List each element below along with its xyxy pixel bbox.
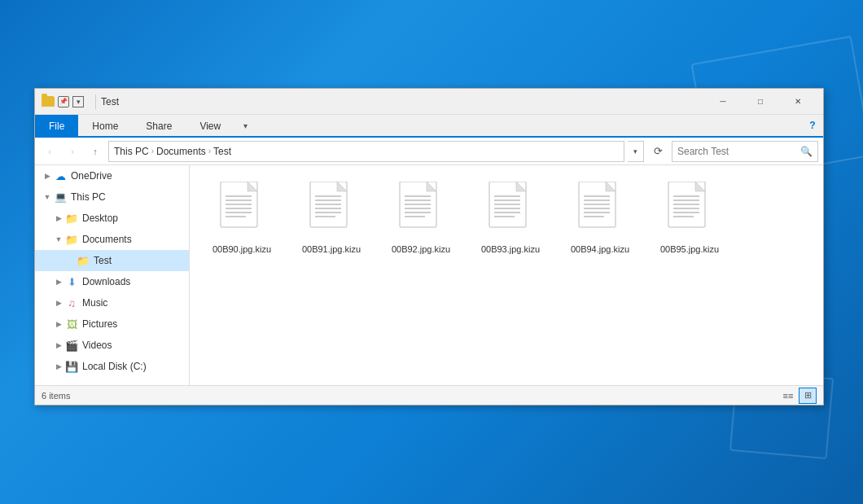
sidebar-item-test[interactable]: ▶ 📁 Test: [35, 250, 189, 271]
file-icon: [217, 182, 266, 240]
content-area: 00B90.jpg.kizu 00B91.jpg.kizu: [190, 165, 823, 385]
folder-icon: [42, 96, 55, 107]
breadcrumb-documents: Documents: [156, 146, 206, 157]
window-title: Test: [101, 96, 704, 107]
tab-home[interactable]: Home: [78, 115, 132, 136]
file-item[interactable]: 00B93.jpg.kizu: [470, 177, 551, 260]
file-grid: 00B90.jpg.kizu 00B91.jpg.kizu: [198, 173, 815, 263]
videos-label: Videos: [82, 340, 112, 351]
sidebar-item-videos[interactable]: ▶ 🎬 Videos: [35, 335, 189, 356]
up-button[interactable]: ↑: [85, 142, 105, 161]
breadcrumb-arrow-1: ›: [151, 147, 154, 156]
address-dropdown[interactable]: ▾: [628, 141, 644, 162]
expand-onedrive[interactable]: ▶: [42, 170, 53, 182]
status-bar: 6 items ≡≡ ⊞: [35, 385, 823, 405]
forward-button[interactable]: ›: [63, 142, 82, 161]
documents-icon: 📁: [64, 232, 79, 247]
down-icon[interactable]: [72, 96, 84, 107]
expand-downloads[interactable]: ▶: [53, 276, 64, 287]
file-name: 00B93.jpg.kizu: [481, 243, 540, 255]
expand-pictures[interactable]: ▶: [53, 318, 64, 330]
file-item[interactable]: 00B92.jpg.kizu: [380, 177, 462, 260]
downloads-icon: ⬇: [64, 274, 79, 289]
tab-view[interactable]: View: [186, 115, 234, 136]
file-name: 00B90.jpg.kizu: [212, 243, 271, 255]
sidebar-item-thispc[interactable]: ▼ 💻 This PC: [35, 186, 189, 208]
search-input[interactable]: [677, 146, 800, 157]
title-separator: [95, 94, 96, 109]
search-box[interactable]: 🔍: [672, 141, 818, 162]
address-bar: ‹ › ↑ This PC › Documents › Test ▾ ⟳ 🔍: [35, 138, 823, 165]
desktop-folder-icon: 📁: [64, 211, 79, 226]
window-controls: ─ □ ✕: [704, 89, 817, 115]
file-name: 00B91.jpg.kizu: [302, 243, 361, 255]
back-button[interactable]: ‹: [40, 142, 59, 161]
tab-share[interactable]: Share: [132, 115, 186, 136]
onedrive-icon: ☁: [53, 169, 68, 183]
pin-icon: 📌: [58, 96, 69, 107]
videos-icon: 🎬: [64, 338, 79, 353]
sidebar-item-documents[interactable]: ▼ 📁 Documents: [35, 229, 189, 250]
file-icon: [307, 182, 356, 240]
sidebar-item-pictures[interactable]: ▶ 🖼 Pictures: [35, 313, 189, 335]
expand-music[interactable]: ▶: [53, 297, 64, 309]
sidebar-item-desktop[interactable]: ▶ 📁 Desktop: [35, 208, 189, 229]
list-view-button[interactable]: ≡≡: [779, 388, 797, 404]
documents-label: Documents: [82, 234, 132, 245]
tab-file[interactable]: File: [35, 115, 78, 136]
file-item[interactable]: 00B91.jpg.kizu: [291, 177, 372, 260]
thispc-label: This PC: [71, 191, 106, 203]
expand-documents[interactable]: ▼: [53, 234, 64, 245]
pictures-icon: 🖼: [64, 317, 79, 331]
computer-icon: 💻: [53, 190, 68, 204]
drive-icon: 💾: [64, 359, 79, 374]
desktop-label: Desktop: [82, 213, 118, 224]
title-bar-icons: 📌: [42, 96, 84, 107]
breadcrumb-arrow-2: ›: [208, 147, 211, 156]
breadcrumb-test: Test: [213, 146, 231, 157]
help-button[interactable]: ?: [802, 115, 823, 136]
file-item[interactable]: 00B90.jpg.kizu: [201, 177, 283, 260]
sidebar-item-downloads[interactable]: ▶ ⬇ Downloads: [35, 271, 189, 292]
file-icon: [486, 182, 535, 240]
onedrive-label: OneDrive: [71, 170, 112, 182]
localdisk-label: Local Disk (C:): [82, 361, 147, 372]
grid-view-button[interactable]: ⊞: [799, 388, 817, 404]
search-icon[interactable]: 🔍: [800, 146, 813, 157]
test-label: Test: [94, 255, 112, 266]
sidebar: ▶ ☁ OneDrive ▼ 💻 This PC ▶ 📁 Desktop ▼ 📁…: [35, 165, 190, 385]
music-icon: ♫: [64, 296, 79, 310]
close-button[interactable]: ✕: [779, 89, 817, 115]
music-label: Music: [82, 297, 107, 309]
refresh-button[interactable]: ⟳: [647, 141, 668, 162]
file-icon: [665, 182, 714, 240]
sidebar-item-onedrive[interactable]: ▶ ☁ OneDrive: [35, 165, 189, 186]
expand-desktop[interactable]: ▶: [53, 213, 64, 224]
maximize-button[interactable]: □: [742, 89, 779, 115]
item-count: 6 items: [42, 391, 779, 401]
downloads-label: Downloads: [82, 276, 130, 287]
pictures-label: Pictures: [82, 318, 117, 330]
ribbon-expand-icon[interactable]: ▾: [234, 115, 256, 136]
sidebar-item-localdisk[interactable]: ▶ 💾 Local Disk (C:): [35, 356, 189, 377]
file-icon: [396, 182, 445, 240]
expand-thispc[interactable]: ▼: [42, 191, 53, 203]
address-path[interactable]: This PC › Documents › Test: [108, 141, 624, 162]
file-item[interactable]: 00B95.jpg.kizu: [649, 177, 730, 260]
explorer-window: 📌 Test ─ □ ✕ File Home Share View ▾ ? ‹ …: [34, 88, 824, 405]
ribbon-tabs: File Home Share View ▾ ?: [35, 115, 823, 138]
minimize-button[interactable]: ─: [704, 89, 742, 115]
breadcrumb-thispc: This PC: [114, 146, 149, 157]
file-name: 00B94.jpg.kizu: [571, 243, 629, 255]
view-buttons: ≡≡ ⊞: [779, 388, 817, 404]
file-icon: [576, 182, 624, 240]
expand-localdisk[interactable]: ▶: [53, 361, 64, 372]
title-bar: 📌 Test ─ □ ✕: [35, 89, 823, 115]
file-name: 00B95.jpg.kizu: [660, 243, 719, 255]
expand-videos[interactable]: ▶: [53, 340, 64, 351]
file-item[interactable]: 00B94.jpg.kizu: [559, 177, 641, 260]
sidebar-item-music[interactable]: ▶ ♫ Music: [35, 292, 189, 313]
main-area: ▶ ☁ OneDrive ▼ 💻 This PC ▶ 📁 Desktop ▼ 📁…: [35, 165, 823, 385]
file-name: 00B92.jpg.kizu: [392, 243, 450, 255]
test-folder-icon: 📁: [76, 253, 90, 268]
